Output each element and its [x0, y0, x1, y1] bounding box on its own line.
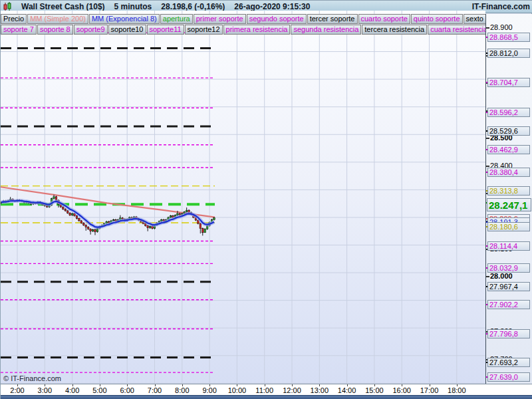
candle-body [94, 229, 96, 231]
price-gridline-label: 28.900 [490, 23, 513, 31]
time-label: 15:00 [365, 386, 384, 394]
candle-body [78, 219, 80, 221]
candle-body [65, 209, 66, 210]
axis-tick [486, 138, 489, 139]
price-axis[interactable]: 28.90028.80028.70028.60028.50028.40028.3… [485, 14, 532, 384]
legend-item[interactable]: soporte10 [108, 25, 146, 35]
candle-body [80, 221, 82, 223]
legend-item[interactable]: segundo soporte [247, 14, 307, 24]
candle-body [112, 219, 114, 221]
bottom-strip [1, 395, 532, 399]
datetime-label: 26-ago-2020 9:15:30 [234, 2, 310, 11]
candle-body [204, 229, 206, 232]
legend-item[interactable]: Precio [1, 14, 27, 24]
time-label: 3:00 [38, 386, 52, 394]
legend-item[interactable]: quinto soporte [411, 14, 463, 24]
candle-body [213, 218, 215, 220]
time-label: 14:00 [338, 386, 356, 394]
candle-body [201, 229, 203, 233]
candle-body [90, 229, 92, 231]
candle-body [186, 210, 188, 211]
last-price: 28.198,6 [161, 2, 192, 11]
candle-body [170, 215, 172, 217]
legend-item[interactable]: soporte11 [147, 25, 184, 35]
time-label: 17:00 [420, 386, 439, 394]
time-label: 6:00 [120, 386, 134, 394]
last-price-and-change: 28.198,6 (-0,16%) [161, 2, 225, 11]
pivot-price-label: 28.114,4 [487, 241, 530, 251]
candle-body [85, 225, 87, 227]
candlestick-icon [3, 2, 12, 11]
timeframe-label: 5 minutos [114, 2, 152, 11]
time-label: 12:00 [283, 386, 301, 394]
legend-item[interactable]: MM (Exponencial 8) [89, 14, 160, 24]
candle-body [92, 229, 94, 231]
pivot-price-label: 28.868,5 [487, 33, 530, 42]
candle-body [71, 213, 73, 215]
time-label: 9:00 [202, 386, 216, 394]
candle-body [149, 226, 151, 227]
time-label: 4:00 [65, 386, 79, 394]
time-label: 11:00 [255, 386, 273, 394]
legend-item[interactable]: primera resistencia [223, 25, 291, 35]
axis-tick [486, 276, 489, 277]
candle-body [177, 213, 179, 215]
legend-item[interactable]: soporte 8 [37, 25, 73, 35]
pivot-price-label: 28.032,9 [487, 263, 530, 273]
candle-body [76, 215, 78, 218]
time-label: 10:00 [228, 386, 247, 394]
pivot-price-label: 27.639,0 [487, 372, 530, 382]
copyright-watermark: © IT-Finance.com [3, 374, 61, 382]
pivot-price-label: 28.812,0 [487, 49, 530, 58]
chart-window: Wall Street Cash (10$) 5 minutos 28.198,… [0, 0, 532, 399]
legend-item[interactable]: cuarta resistencia [428, 25, 485, 35]
pivot-price-label: 28.380,4 [487, 168, 530, 177]
pivot-price-label: 28.704,7 [487, 78, 530, 87]
chart-canvas[interactable] [1, 11, 485, 384]
time-label: 8:00 [175, 386, 189, 394]
legend-row-1: PrecioMM (Simple 200)MM (Exponencial 8)a… [1, 14, 485, 25]
pivot-price-label: 28.180,6 [487, 222, 530, 231]
pivot-price-label: 28.529,6 [487, 126, 530, 136]
candle-body [69, 213, 71, 215]
time-label: 18:00 [448, 386, 466, 394]
legend-item[interactable]: tercer soporte [307, 14, 358, 24]
candle-body [83, 223, 85, 225]
time-label: 7:00 [148, 386, 162, 394]
time-label: 2:00 [10, 386, 24, 394]
plot-area[interactable]: © IT-Finance.com [1, 14, 485, 384]
pivot-price-label: 27.796,8 [487, 329, 530, 338]
price-gridline-label: 27.600 [490, 382, 513, 384]
pivot-price-label: 28.596,2 [487, 108, 530, 117]
time-label: 13:00 [311, 386, 329, 394]
candle-body [147, 225, 149, 227]
axis-tick [486, 166, 489, 167]
apertura-price-label: 28.247,1 [487, 198, 531, 211]
time-axis[interactable]: 2:003:004:005:006:007:008:009:0010:0011:… [1, 384, 532, 395]
instrument-title: Wall Street Cash (10$) [21, 2, 105, 11]
pivot-price-label: 27.967,4 [487, 282, 530, 291]
candle-body [63, 207, 65, 209]
legend-item[interactable]: soporte 7 [1, 25, 37, 35]
legend-item[interactable]: apertura [160, 14, 193, 24]
axis-tick [486, 27, 489, 29]
pivot-price-label: 27.902,2 [487, 300, 530, 309]
legend-item[interactable]: cuarto soporte [358, 14, 410, 24]
time-label: 16:00 [392, 386, 411, 394]
legend-item[interactable]: soporte9 [74, 25, 108, 35]
pivot-price-label: 28.462,9 [487, 145, 530, 154]
legend-item[interactable]: tercera resistencia [362, 25, 427, 35]
legend-item[interactable]: soporte12 [185, 25, 223, 35]
candle-body [87, 227, 89, 229]
change-percent: (-0,16%) [194, 2, 225, 11]
legend-item[interactable]: segunda resistencia [291, 25, 361, 35]
legend-item[interactable]: sexto soporte [464, 14, 485, 24]
time-label: 5:00 [92, 386, 106, 394]
legend-item[interactable]: primer soporte [194, 14, 246, 24]
legend-item[interactable]: MM (Simple 200) [27, 14, 88, 24]
candle-body [200, 223, 201, 228]
pivot-price-label: 27.693,2 [487, 358, 530, 367]
legend-row-2: soporte 7soporte 8soporte9soporte10sopor… [1, 25, 485, 35]
pivot-price-label: 28.313,8 [487, 186, 530, 196]
candle-body [53, 197, 55, 199]
